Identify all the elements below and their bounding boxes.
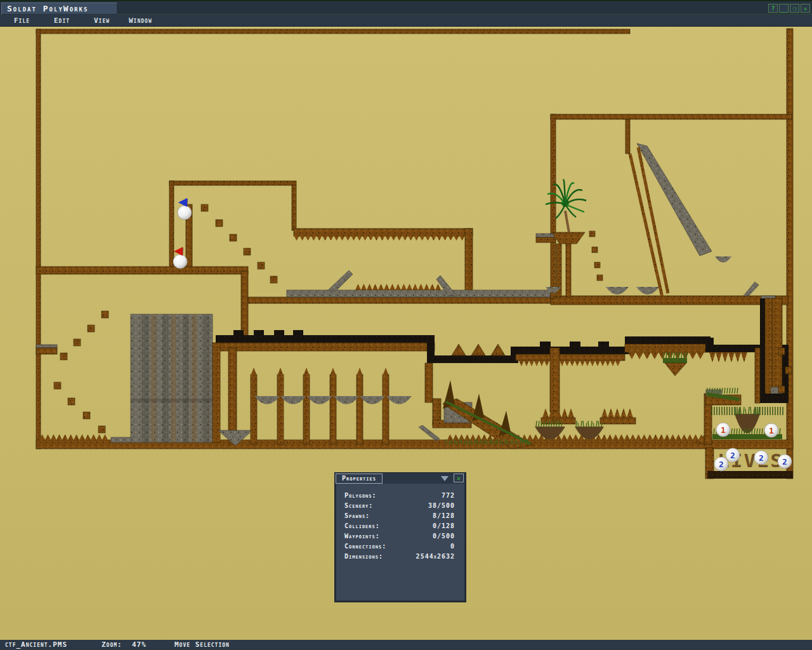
- player-spawn-team2[interactable]: 2: [754, 451, 768, 465]
- spawn-number: 1: [721, 425, 726, 435]
- property-label: Spawns:: [344, 512, 370, 521]
- property-label: Connections:: [344, 543, 386, 552]
- spawn-number: 1: [769, 426, 774, 435]
- property-row: Waypoints:0/500: [336, 532, 464, 542]
- properties-panel-body: Polygons:772Scenery:38/500Spawns:8/128Co…: [335, 484, 466, 602]
- close-icon[interactable]: ✕: [801, 4, 810, 13]
- property-value: 0/500: [433, 533, 455, 541]
- property-label: Polygons:: [344, 492, 377, 501]
- property-value: 772: [442, 492, 455, 501]
- restore-icon[interactable]: ❐: [790, 4, 799, 13]
- property-row: Polygons:772: [336, 491, 464, 501]
- property-label: Scenery:: [344, 502, 373, 511]
- status-zoom: Zoom: 47%: [102, 640, 147, 649]
- properties-panel-titlebar[interactable]: Properties ✕: [335, 473, 466, 484]
- player-spawn-team2[interactable]: 2: [714, 457, 728, 471]
- panel-close-icon[interactable]: ✕: [454, 474, 464, 482]
- window-titlebar[interactable]: Soldat PolyWorks ? _ ❐ ✕: [0, 0, 812, 15]
- menu-item-view[interactable]: View: [94, 16, 110, 25]
- menu-item-edit[interactable]: Edit: [54, 16, 70, 25]
- property-row: Connections:0: [336, 542, 464, 552]
- property-value: 8/128: [433, 512, 455, 521]
- collapse-icon[interactable]: [441, 476, 449, 481]
- player-spawn-team2[interactable]: 2: [778, 454, 792, 468]
- menu-item-window[interactable]: Window: [129, 16, 152, 25]
- status-tool: Move Selection: [174, 640, 230, 649]
- help-icon[interactable]: ?: [768, 4, 778, 13]
- menu-item-file[interactable]: File: [14, 16, 30, 25]
- property-value: 0: [450, 543, 455, 552]
- property-value: 38/500: [428, 502, 455, 511]
- spawn-number: 2: [730, 451, 735, 460]
- player-spawn-team2[interactable]: 2: [726, 448, 740, 462]
- menu-bar: FileEditViewWindow: [0, 15, 812, 27]
- status-filename: ctf_Ancient.PMS: [5, 640, 67, 649]
- property-row: Spawns:8/128: [336, 512, 464, 522]
- property-value: 0/128: [433, 522, 455, 531]
- spawn-number: 2: [719, 460, 724, 469]
- minimize-icon[interactable]: _: [779, 4, 789, 13]
- properties-panel-title: Properties: [336, 474, 383, 484]
- player-spawn-team1[interactable]: 1: [764, 423, 778, 437]
- property-label: Dimensions:: [344, 553, 383, 562]
- player-spawn-team1[interactable]: 1: [716, 423, 730, 437]
- property-label: Waypoints:: [344, 533, 380, 541]
- properties-panel: Properties ✕ Polygons:772Scenery:38/500S…: [334, 472, 466, 602]
- window-title: Soldat PolyWorks: [1, 3, 117, 15]
- property-row: Dimensions:2544x2632: [336, 552, 464, 562]
- spawn-number: 2: [759, 453, 764, 463]
- property-value: 2544x2632: [416, 553, 455, 562]
- property-row: Colliders:0/128: [336, 522, 464, 532]
- app-window: LIVES 112222 Soldat PolyWorks ? _ ❐ ✕ Fi…: [0, 0, 812, 650]
- status-bar: ctf_Ancient.PMS Zoom: 47% Move Selection: [0, 640, 812, 650]
- property-label: Colliders:: [344, 522, 380, 531]
- property-row: Scenery:38/500: [336, 501, 464, 512]
- spawn-number: 2: [782, 457, 787, 467]
